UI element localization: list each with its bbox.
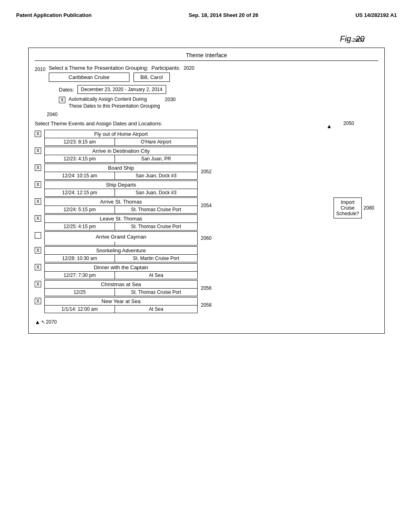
event-details-9: 12/25 St. Thomas Cruise Port bbox=[45, 289, 197, 296]
event-details-5: 12/25: 4:15 pm St. Thomas Cruise Port bbox=[45, 223, 197, 230]
patent-header-center: Sep. 18, 2014 Sheet 20 of 26 bbox=[189, 12, 259, 18]
ref-2070: 2070 bbox=[46, 319, 57, 325]
import-line1: Import bbox=[341, 200, 355, 205]
dates-row: Dates: December 23, 2020 - January 2, 20… bbox=[59, 85, 378, 94]
event-checkbox-3[interactable]: X bbox=[35, 181, 41, 188]
event-date-9: 12/25 bbox=[45, 289, 115, 296]
theme-input[interactable]: Caribbean Cruise bbox=[49, 73, 129, 82]
fig-label: Fig. 20 bbox=[16, 34, 365, 44]
event-date-5: 12/25: 4:15 pm bbox=[45, 223, 115, 230]
event-content-8: Dinner with the Captain 12/27: 7:30 pm A… bbox=[44, 263, 198, 279]
event-name-0: Fly out of Home Airport bbox=[45, 130, 197, 138]
event-date-4: 12/24: 5:15 pm bbox=[45, 206, 115, 213]
participants-input[interactable]: Bill, Carol bbox=[133, 73, 170, 82]
event-content-6: Arrive Grand Cayman bbox=[44, 231, 198, 245]
dates-label: Dates: bbox=[59, 87, 74, 93]
arrow-2050: ▲ bbox=[326, 123, 332, 129]
event-checkbox-2[interactable]: X bbox=[35, 164, 41, 171]
event-list: X Fly out of Home Airport 12/23: 8:15 am… bbox=[35, 130, 378, 314]
event-location-2: San Juan, Dock #3 bbox=[115, 172, 197, 179]
event-checkbox-6[interactable] bbox=[35, 232, 41, 239]
ref-2080: 2080 bbox=[363, 205, 374, 211]
table-row: X Snorkeling Adventure 12/28: 10:30 am S… bbox=[35, 246, 378, 262]
event-name-9: Christmas at Sea bbox=[45, 281, 197, 289]
event-name-8: Dinner with the Captain bbox=[45, 264, 197, 272]
event-details-1: 12/23: 4:15 pm San Juan, PR bbox=[45, 155, 197, 162]
event-name-10: New Year at Sea bbox=[45, 297, 197, 305]
theme-select-label: Select a Theme for Presentation Grouping… bbox=[49, 65, 148, 71]
table-row: Arrive Grand Cayman 2060 bbox=[35, 231, 378, 245]
event-checkbox-5[interactable]: X bbox=[35, 215, 41, 222]
event-details-2: 12/24: 10:15 am San Juan, Dock #3 bbox=[45, 172, 197, 179]
event-name-5: Leave St. Thomas bbox=[45, 215, 197, 223]
event-name-1: Arrive in Destination City bbox=[45, 147, 197, 155]
event-location-6 bbox=[115, 242, 197, 245]
event-date-7: 12/28: 10:30 am bbox=[45, 255, 115, 262]
event-date-6 bbox=[45, 242, 115, 245]
ref-2010: 2010 bbox=[35, 66, 46, 72]
participants-label: Participants: bbox=[152, 65, 181, 71]
ref-2050: 2050 bbox=[343, 121, 354, 126]
theme-interface-title: Theme Interface bbox=[35, 52, 378, 61]
event-content-9: Christmas at Sea 12/25 St. Thomas Cruise… bbox=[44, 280, 198, 296]
event-checkbox-4[interactable]: X bbox=[35, 198, 41, 205]
main-container: ← 2000 Theme Interface 2010 Select a The… bbox=[28, 48, 385, 334]
event-details-7: 12/28: 10:30 am St. Martin Cruise Port bbox=[45, 255, 197, 262]
event-content-3: Ship Departs 12/24: 12:15 pm San Juan, D… bbox=[44, 181, 198, 197]
arrow-2000: ← bbox=[345, 37, 351, 43]
ref-2060: 2060 bbox=[201, 235, 212, 241]
patent-header-left: Patent Application Publication bbox=[16, 12, 92, 18]
event-details-6 bbox=[45, 242, 197, 245]
event-checkbox-1[interactable]: X bbox=[35, 148, 41, 154]
auto-assign-text: Automatically Assign Content During Thes… bbox=[69, 96, 160, 110]
select-events-label: Select Theme Events and Assign Dates and… bbox=[35, 121, 162, 127]
event-location-7: St. Martin Cruise Port bbox=[115, 255, 197, 262]
ref-2030: 2030 bbox=[165, 97, 176, 102]
ref-2052: 2052 bbox=[201, 169, 212, 175]
ref-2054: 2054 bbox=[201, 203, 212, 208]
table-row: X Dinner with the Captain 12/27: 7:30 pm… bbox=[35, 263, 378, 279]
table-row: X Fly out of Home Airport 12/23: 8:15 am… bbox=[35, 130, 378, 146]
event-content-0: Fly out of Home Airport 12/23: 8:15 am O… bbox=[44, 130, 198, 146]
ref-2058: 2058 bbox=[201, 302, 212, 308]
table-row: X Christmas at Sea 12/25 St. Thomas Crui… bbox=[35, 280, 378, 296]
import-line2: Cruise bbox=[341, 205, 355, 211]
ref-2020: 2020 bbox=[184, 65, 194, 71]
table-row: X New Year at Sea 1/1/14: 12:00 am At Se… bbox=[35, 297, 378, 313]
table-row: X Leave St. Thomas 12/25: 4:15 pm St. Th… bbox=[35, 214, 378, 231]
event-details-4: 12/24: 5:15 pm St. Thomas Cruise Port bbox=[45, 206, 197, 213]
event-date-0: 12/23: 8:15 am bbox=[45, 138, 115, 145]
ref-2056: 2056 bbox=[201, 285, 212, 291]
event-date-10: 1/1/14: 12:00 am bbox=[45, 305, 115, 313]
event-checkbox-0[interactable]: X bbox=[35, 131, 41, 137]
event-date-8: 12/27: 7:30 pm bbox=[45, 272, 115, 279]
event-date-3: 12/24: 12:15 pm bbox=[45, 189, 115, 196]
event-location-8: At Sea bbox=[115, 272, 197, 279]
event-date-1: 12/23: 4:15 pm bbox=[45, 155, 115, 162]
event-location-0: O'Hare Airport bbox=[115, 138, 197, 145]
event-location-5: St. Thomas Cruise Port bbox=[115, 223, 197, 230]
table-row: X Board Ship 12/24: 10:15 am San Juan, D… bbox=[35, 164, 378, 180]
event-checkbox-8[interactable]: X bbox=[35, 264, 41, 270]
event-checkbox-9[interactable]: X bbox=[35, 281, 41, 287]
event-name-2: Board Ship bbox=[45, 164, 197, 172]
auto-assign-row: X Automatically Assign Content During Th… bbox=[59, 96, 378, 110]
event-content-7: Snorkeling Adventure 12/28: 10:30 am St.… bbox=[44, 246, 198, 262]
table-row: X Arrive St. Thomas 12/24: 5:15 pm St. T… bbox=[35, 197, 378, 214]
event-location-9: St. Thomas Cruise Port bbox=[115, 289, 197, 296]
ref-2000: 2000 bbox=[353, 37, 364, 43]
event-details-10: 1/1/14: 12:00 am At Sea bbox=[45, 305, 197, 313]
event-name-7: Snorkeling Adventure bbox=[45, 247, 197, 255]
event-name-3: Ship Departs bbox=[45, 181, 197, 189]
dates-input[interactable]: December 23, 2020 - January 2, 2014 bbox=[77, 85, 166, 94]
table-row: X Ship Departs 12/24: 12:15 pm San Juan,… bbox=[35, 181, 378, 197]
auto-assign-checkbox[interactable]: X bbox=[59, 97, 65, 103]
arrow-2070: ▲ bbox=[35, 319, 40, 325]
page: Patent Application Publication Sep. 18, … bbox=[0, 0, 413, 532]
event-date-2: 12/24: 10:15 am bbox=[45, 172, 115, 179]
event-content-10: New Year at Sea 1/1/14: 12:00 am At Sea bbox=[44, 297, 198, 313]
patent-header-right: US 14/282192 A1 bbox=[355, 12, 397, 18]
event-content-4: Arrive St. Thomas 12/24: 5:15 pm St. Tho… bbox=[44, 197, 198, 214]
event-checkbox-10[interactable]: X bbox=[35, 298, 41, 304]
event-checkbox-7[interactable]: X bbox=[35, 247, 41, 254]
